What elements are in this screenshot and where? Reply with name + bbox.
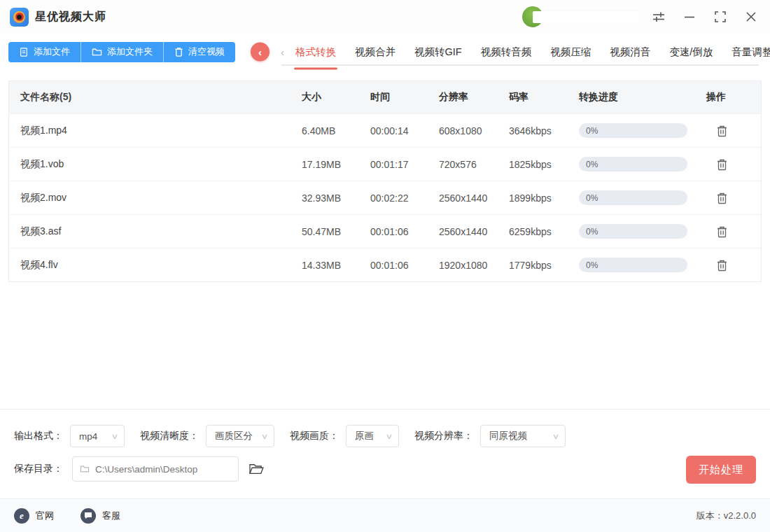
trash-icon	[716, 225, 728, 238]
table-row: 视频4.flv 14.33MB 00:01:06 1920x1080 1779k…	[9, 248, 761, 281]
progress-value: 0%	[586, 126, 598, 136]
browse-folder-button[interactable]	[248, 461, 265, 477]
close-icon[interactable]	[745, 10, 757, 23]
tabbar: ‹ ‹ 格式转换 视频合并 视频转GIF 视频转音频 视频压缩 视频消音 变速/…	[251, 43, 760, 62]
customer-service-link[interactable]: 客服	[80, 508, 120, 524]
app-logo-icon	[10, 8, 29, 27]
file-resolution: 720x576	[439, 159, 509, 170]
tab-speed-reverse[interactable]: 变速/倒放	[669, 43, 713, 61]
delete-row-button[interactable]	[715, 258, 729, 272]
clear-videos-button[interactable]: 清空视频	[163, 42, 235, 62]
file-bitrate: 1899kbps	[509, 192, 579, 204]
footer: e 官网 客服 版本：v2.2.0.0	[0, 498, 770, 532]
clarity-select[interactable]: 画质区分 ∨	[206, 425, 274, 447]
col-resolution: 分辨率	[439, 91, 509, 104]
file-duration: 00:02:22	[370, 192, 439, 204]
chevron-down-icon: ∨	[111, 432, 118, 441]
conversion-options-row: 输出格式： mp4 ∨ 视频清晰度： 画质区分 ∨ 视频画质： 原画 ∨	[14, 425, 756, 447]
minimize-icon[interactable]	[683, 10, 696, 23]
progress-bar: 0%	[579, 157, 687, 172]
file-actions-group: 添加文件 添加文件夹 清空视频	[8, 42, 235, 62]
customer-service-label: 客服	[102, 510, 120, 522]
table-row: 视频1.mp4 6.40MB 00:00:14 608x1080 3646kbp…	[9, 113, 761, 147]
tab-video-mute[interactable]: 视频消音	[610, 43, 650, 61]
file-bitrate: 1825kbps	[509, 159, 579, 170]
file-resolution: 2560x1440	[439, 192, 509, 204]
file-name: 视频1.mp4	[9, 125, 302, 137]
table-header-row: 文件名称(5) 大小 时间 分辨率 码率 转换进度 操作	[9, 81, 761, 113]
tabs: 格式转换 视频合并 视频转GIF 视频转音频 视频压缩 视频消音 变速/倒放 音…	[295, 43, 770, 61]
resolution-select[interactable]: 同原视频 ∨	[480, 425, 566, 447]
delete-row-button[interactable]	[715, 124, 729, 138]
add-folder-button[interactable]: 添加文件夹	[80, 42, 163, 62]
output-format-field: 输出格式： mp4 ∨	[14, 425, 125, 447]
trash-icon	[174, 47, 183, 57]
tab-volume-adjust[interactable]: 音量调整	[732, 43, 770, 61]
chat-bubble-icon	[80, 508, 96, 524]
progress-bar: 0%	[579, 224, 687, 239]
file-name: 视频3.asf	[9, 225, 302, 238]
quality-field: 视频画质： 原画 ∨	[290, 425, 399, 447]
file-bitrate: 6259kbps	[509, 226, 579, 237]
file-icon	[19, 47, 29, 57]
folder-icon	[92, 47, 102, 57]
main-content: 文件名称(5) 大小 时间 分辨率 码率 转换进度 操作 视频1.mp4 6.4…	[0, 70, 770, 409]
save-dir-value: C:\Users\admin\Desktop	[95, 464, 197, 475]
tabs-scroll-left-icon[interactable]: ‹	[281, 46, 284, 58]
file-name: 视频2.mov	[9, 192, 302, 204]
file-resolution: 608x1080	[439, 125, 509, 136]
browser-icon: e	[14, 508, 29, 524]
tab-video-to-audio[interactable]: 视频转音频	[481, 43, 532, 61]
delete-row-button[interactable]	[715, 225, 729, 239]
col-size: 大小	[302, 91, 370, 104]
tab-video-compress[interactable]: 视频压缩	[550, 43, 591, 61]
settings-panel: 输出格式： mp4 ∨ 视频清晰度： 画质区分 ∨ 视频画质： 原画 ∨	[0, 409, 770, 498]
progress-value: 0%	[586, 193, 598, 203]
file-duration: 00:00:14	[370, 125, 439, 136]
file-bitrate: 3646kbps	[509, 125, 579, 136]
official-website-label: 官网	[36, 510, 54, 522]
start-processing-button[interactable]: 开始处理	[686, 456, 756, 484]
trash-icon	[716, 125, 728, 137]
back-button[interactable]: ‹	[251, 43, 270, 62]
col-filename: 文件名称(5)	[9, 91, 302, 104]
file-size: 6.40MB	[302, 125, 370, 136]
file-size: 50.47MB	[302, 226, 370, 237]
add-folder-label: 添加文件夹	[107, 46, 153, 58]
clarity-field: 视频清晰度： 画质区分 ∨	[140, 425, 274, 447]
file-table: 文件名称(5) 大小 时间 分辨率 码率 转换进度 操作 视频1.mp4 6.4…	[8, 80, 762, 282]
tab-video-merge[interactable]: 视频合并	[355, 43, 396, 61]
chevron-down-icon: ∨	[552, 432, 559, 441]
titlebar: 星优视频大师	[0, 0, 770, 34]
save-dir-label: 保存目录：	[14, 463, 63, 475]
progress-bar: 0%	[579, 123, 687, 138]
col-bitrate: 码率	[509, 91, 579, 104]
file-bitrate: 1779kbps	[509, 260, 579, 271]
add-file-button[interactable]: 添加文件	[8, 42, 80, 62]
quality-value: 原画	[355, 430, 374, 442]
tabstrip-divider	[281, 64, 759, 66]
add-file-label: 添加文件	[34, 46, 70, 58]
tab-format-convert[interactable]: 格式转换	[295, 43, 336, 61]
official-website-link[interactable]: e 官网	[14, 508, 54, 524]
quality-select[interactable]: 原画 ∨	[346, 425, 399, 447]
resolution-label: 视频分辨率：	[414, 430, 473, 442]
version-label: 版本：v2.2.0.0	[696, 510, 756, 522]
col-progress: 转换进度	[579, 91, 706, 104]
maximize-icon[interactable]	[714, 10, 727, 23]
file-name: 视频4.flv	[9, 259, 302, 272]
settings-sliders-icon[interactable]	[652, 10, 665, 23]
user-account-area[interactable]	[522, 6, 641, 27]
quality-label: 视频画质：	[290, 430, 339, 442]
tab-video-to-gif[interactable]: 视频转GIF	[414, 43, 462, 61]
folder-open-icon	[248, 463, 264, 475]
progress-value: 0%	[586, 260, 598, 270]
delete-row-button[interactable]	[715, 191, 729, 205]
col-duration: 时间	[370, 91, 439, 104]
progress-bar: 0%	[579, 258, 687, 272]
delete-row-button[interactable]	[715, 158, 729, 172]
progress-value: 0%	[586, 160, 598, 169]
save-dir-input[interactable]: C:\Users\admin\Desktop	[72, 456, 239, 482]
output-format-select[interactable]: mp4 ∨	[70, 425, 125, 447]
app-window: 星优视频大师	[0, 0, 770, 532]
